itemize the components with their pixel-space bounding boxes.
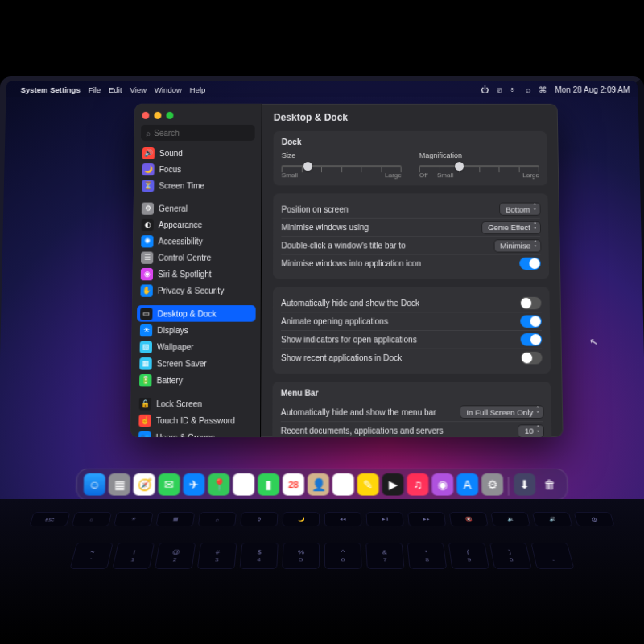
setting-label: Animate opening applications [281,316,388,325]
dock-facetime-icon[interactable]: ▮ [258,473,279,495]
dock-finder-icon[interactable]: ☺ [84,473,105,495]
popup-button[interactable]: 10˄˅ [518,425,543,437]
sidebar-item-appearance[interactable]: ◐Appearance [138,217,256,233]
sidebar-item-focus[interactable]: 🌙Focus [138,161,256,177]
dock-options-section: Position on screenBottom˄˅Minimise windo… [273,193,549,279]
sidebar-item-label: Focus [159,165,182,174]
toggle-switch[interactable] [521,352,543,365]
menu-window[interactable]: Window [155,85,182,93]
toggle-switch[interactable] [521,333,543,345]
setting-label: Show indicators for open applications [281,335,417,344]
toggle-switch[interactable] [520,296,542,308]
sidebar-item-label: Screen Time [159,181,204,190]
chevron-updown-icon: ˄˅ [533,204,536,214]
dock-maps-icon[interactable]: 📍 [208,473,229,495]
sidebar-item-general[interactable]: ⚙General [138,200,257,217]
system-settings-window: ⌕ 🔊Sound🌙Focus⏳Screen Time⚙General◐Appea… [130,104,564,437]
search-icon: ⌕ [146,128,151,137]
popup-button[interactable]: In Full Screen Only˄˅ [460,406,543,418]
sidebar-item-accessibility[interactable]: ✺Accessibility [138,233,256,249]
sidebar-item-users-groups[interactable]: 👥Users & Groups [135,429,255,437]
content-pane: Desktop & Dock Dock Size SmallLarge Magn… [261,104,564,437]
sidebar-item-battery[interactable]: 🔋Battery [136,372,255,389]
sidebar-item-siri-spotlight[interactable]: ◉Siri & Spotlight [138,266,256,282]
control-centre-icon[interactable]: ⌘ [539,85,547,93]
dock-podcasts-icon[interactable]: ◉ [431,473,453,495]
sidebar-item-label: Control Centre [158,253,211,262]
sidebar-item-label: Sound [159,148,183,157]
chevron-updown-icon: ˄˅ [534,222,537,232]
popup-button[interactable]: Bottom˄˅ [500,204,540,215]
wifi-icon[interactable]: ᯤ [510,85,518,93]
popup-button[interactable]: Genie Effect˄˅ [482,221,540,233]
app-name[interactable]: System Settings [21,85,80,93]
setting-row: Show recent applications in Dock [281,349,543,367]
dock-section: Dock Size SmallLarge Magnification [274,131,548,185]
setting-row: Show indicators for open applications [281,330,542,349]
dock-notes-icon[interactable]: ✎ [357,473,379,495]
zoom-button[interactable] [166,112,173,119]
chevron-updown-icon: ˄˅ [536,407,539,417]
cursor-icon: ↖ [588,335,599,348]
dock-downloads-icon[interactable]: ⬇ [514,473,535,495]
dock-contacts-icon[interactable]: 👤 [308,473,329,495]
sidebar-item-label: Lock Screen [156,398,202,407]
menu-edit[interactable]: Edit [109,85,122,93]
battery-icon[interactable]: ⏻ [481,85,489,93]
setting-label: Recent documents, applications and serve… [281,426,444,436]
dock-appstore-icon[interactable]: A [456,473,478,495]
menubar-heading: Menu Bar [281,388,543,397]
users-groups-icon: 👥 [138,431,151,437]
wallpaper-icon: ▧ [140,341,152,353]
size-slider[interactable] [282,161,402,171]
dock-reminders-icon[interactable]: ☑ [332,473,354,495]
menubar-section: Menu Bar Automatically hide and show the… [272,382,551,437]
minimise-button[interactable] [154,112,161,119]
magnification-label: Magnification [419,151,539,159]
setting-row: Automatically hide and show the menu bar… [281,402,543,421]
dock-messages-icon[interactable]: ✉ [158,473,180,495]
sidebar-item-displays[interactable]: ☀Displays [137,322,256,339]
dock-music-icon[interactable]: ♫ [407,473,428,495]
search-input[interactable] [154,128,250,137]
clock[interactable]: Mon 28 Aug 2:09 AM [555,85,630,93]
sidebar-item-lock-screen[interactable]: 🔒Lock Screen [136,395,256,412]
chevron-updown-icon: ˄˅ [537,426,540,436]
sidebar-item-control-centre[interactable]: ☰Control Centre [138,249,256,265]
toggle-switch[interactable] [519,258,541,270]
popup-button[interactable]: Minimise˄˅ [494,240,540,251]
setting-label: Double-click a window's title bar to [281,241,405,250]
screen-time-icon: ⏳ [142,180,154,192]
dock-launchpad-icon[interactable]: ▦ [109,473,130,495]
dock-calendar-icon[interactable]: 28 [283,473,304,495]
sidebar-item-screen-saver[interactable]: ▦Screen Saver [136,355,255,372]
sidebar-item-screen-time[interactable]: ⏳Screen Time [138,177,256,193]
accessibility-icon: ✺ [141,235,153,247]
toggle-icon[interactable]: ⎚ [497,85,502,93]
search-icon[interactable]: ⌕ [526,85,530,93]
sidebar-item-label: Wallpaper [157,342,194,351]
search-field[interactable]: ⌕ [141,125,255,141]
sidebar-item-touch-id-password[interactable]: ☝Touch ID & Password [135,412,255,429]
dock-photos-icon[interactable]: ✿ [233,473,254,495]
dock-tv-icon[interactable]: ▶ [382,473,404,495]
sidebar-item-label: Accessibility [159,237,203,246]
setting-label: Minimise windows into application icon [281,259,421,268]
sidebar-item-wallpaper[interactable]: ▧Wallpaper [136,338,255,355]
toggle-switch[interactable] [520,315,542,327]
touch-id-password-icon: ☝ [138,414,151,427]
chevron-updown-icon: ˄˅ [534,241,537,250]
close-button[interactable] [142,112,149,119]
dock-settings-icon[interactable]: ⚙ [481,473,503,495]
menu-file[interactable]: File [89,85,101,93]
control-centre-icon: ☰ [141,251,153,263]
dock-trash-icon[interactable]: 🗑 [539,473,560,495]
dock-safari-icon[interactable]: 🧭 [134,473,155,495]
dock-mail-icon[interactable]: ✈ [183,473,204,495]
menu-help[interactable]: Help [190,85,206,93]
menu-view[interactable]: View [130,85,147,93]
magnification-slider[interactable] [419,161,539,171]
sidebar-item-privacy-security[interactable]: ✋Privacy & Security [137,282,255,299]
sidebar-item-desktop-dock[interactable]: ▭Desktop & Dock [137,305,256,322]
sidebar-item-sound[interactable]: 🔊Sound [139,145,257,161]
